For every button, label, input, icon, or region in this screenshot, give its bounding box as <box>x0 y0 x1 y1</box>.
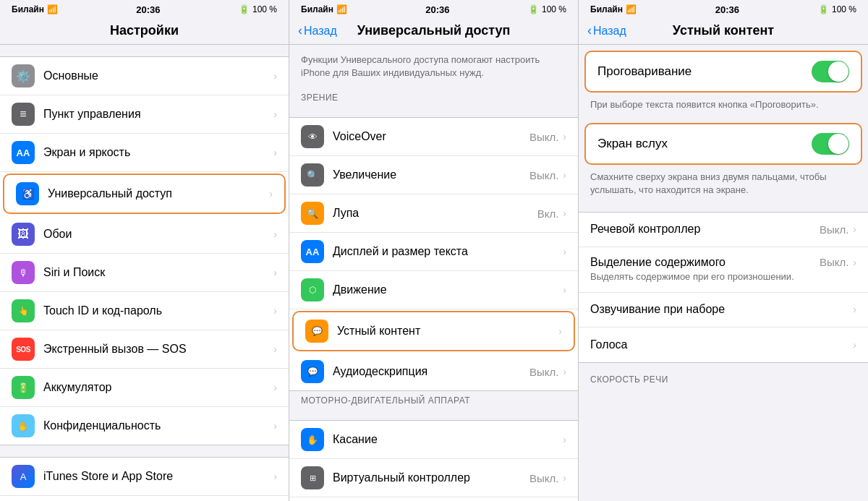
display-text-chevron: › <box>563 246 566 257</box>
nav-bar-1: Настройки <box>0 19 289 45</box>
wallpaper-icon: 🖼 <box>12 223 35 246</box>
touch-label: Касание <box>333 433 563 446</box>
accessibility-label: Универсальный доступ <box>48 187 269 200</box>
settings-item-privacy[interactable]: ✋ Конфиденциальность › <box>0 407 289 445</box>
settings-item-wallpaper[interactable]: 🖼 Обои › <box>0 215 289 254</box>
status-right-2: 🔋 100 % <box>528 4 566 14</box>
item-zoom[interactable]: 🔍 Увеличение Выкл. › <box>289 156 578 194</box>
sos-label: Экстренный вызов — SOS <box>43 343 273 356</box>
item-motion[interactable]: ⬡ Движение › <box>289 271 578 309</box>
nav-back-3[interactable]: ‹ Назад <box>587 23 626 38</box>
settings-item-battery[interactable]: 🔋 Аккумулятор › <box>0 369 289 407</box>
highlight-content-label: Выделение содержимого <box>590 256 820 269</box>
settings-group-2: A iTunes Store и App Store › 💳 Wallet и … <box>0 457 289 501</box>
itunes-icon: A <box>12 465 35 488</box>
vision-group: 👁 VoiceOver Выкл. › 🔍 Увеличение Выкл. ›… <box>289 117 578 391</box>
motor-group: ✋ Касание › ⊞ Виртуальный контроллер Вык… <box>289 420 578 501</box>
item-audio-desc[interactable]: 💬 Аудиодескрипция Выкл. › <box>289 353 578 390</box>
battery-pct-1: 100 % <box>252 4 277 14</box>
item-voice-control[interactable]: 🎙 Управление голосом Выкл. › <box>289 497 578 501</box>
settings-item-itunes[interactable]: A iTunes Store и App Store › <box>0 458 289 496</box>
item-typing-feedback[interactable]: Озвучивание при наборе › <box>579 293 868 327</box>
motion-icon: ⬡ <box>301 278 324 301</box>
settings-item-control[interactable]: ≡ Пункт управления › <box>0 95 289 134</box>
settings-item-siri[interactable]: 🎙 Siri и Поиск › <box>0 254 289 292</box>
carrier-3: Билайн <box>590 4 623 14</box>
sos-icon: SOS <box>12 338 35 361</box>
status-left-2: Билайн 📶 <box>301 4 347 14</box>
accessibility-list[interactable]: Функции Универсального доступа помогают … <box>289 45 578 501</box>
toggle-progovarivanie-switch[interactable] <box>812 61 849 82</box>
item-display-text[interactable]: AA Дисплей и размер текста › <box>289 233 578 271</box>
toggle-ekran-label: Экран вслух <box>597 137 668 151</box>
zoom-icon: 🔍 <box>301 163 324 187</box>
settings-item-wallet[interactable]: 💳 Wallet и Apple Pay › <box>0 496 289 501</box>
battery-icon-3: 🔋 <box>818 4 829 14</box>
toggle-ekran-vsluh[interactable]: Экран вслух <box>584 123 862 165</box>
settings-group-1: ⚙️ Основные › ≡ Пункт управления › AA Эк… <box>0 56 289 445</box>
time-3: 20:36 <box>715 4 739 15</box>
settings-item-touchid[interactable]: 👆 Touch ID и код-пароль › <box>0 292 289 330</box>
panel-settings: Билайн 📶 20:36 🔋 100 % Настройки ⚙️ Осно… <box>0 0 289 501</box>
audio-desc-chevron: › <box>563 366 566 377</box>
sos-chevron: › <box>273 343 277 355</box>
item-switch[interactable]: ⊞ Виртуальный контроллер Выкл. › <box>289 459 578 497</box>
magnifier-label: Лупа <box>333 207 537 220</box>
magnifier-chevron: › <box>563 207 566 219</box>
settings-list-1[interactable]: ⚙️ Основные › ≡ Пункт управления › AA Эк… <box>0 45 289 501</box>
zoom-value: Выкл. <box>529 169 558 181</box>
typing-feedback-label: Озвучивание при наборе <box>590 303 853 316</box>
voices-chevron: › <box>853 339 856 351</box>
spoken-content-label: Устный контент <box>337 325 558 338</box>
voices-label: Голоса <box>590 338 853 351</box>
toggle-progovarivanie-desc: При выборе текста появится кнопка «Прого… <box>579 95 868 120</box>
status-bar-2: Билайн 📶 20:36 🔋 100 % <box>289 0 578 19</box>
wifi-icon-1: 📶 <box>47 4 58 14</box>
item-highlight-content[interactable]: Выделение содержимого Выкл. › Выделять с… <box>579 247 868 293</box>
audio-desc-value: Выкл. <box>529 366 558 378</box>
switch-chevron: › <box>563 472 566 484</box>
siri-chevron: › <box>273 267 277 278</box>
display-text-label: Дисплей и размер текста <box>333 245 563 258</box>
settings-item-accessibility[interactable]: ♿ Универсальный доступ › <box>3 174 286 214</box>
toggle-progovarivanie[interactable]: Проговаривание <box>584 51 862 93</box>
wallpaper-label: Обои <box>43 228 273 241</box>
magnifier-icon: 🔍 <box>301 202 324 225</box>
nav-back-2[interactable]: ‹ Назад <box>298 23 337 38</box>
spoken-items-group: Речевой контроллер Выкл. › Выделение сод… <box>579 212 868 363</box>
control-label: Пункт управления <box>43 108 273 121</box>
item-voices[interactable]: Голоса › <box>579 327 868 362</box>
nav-title-1: Настройки <box>110 23 179 38</box>
settings-item-basic[interactable]: ⚙️ Основные › <box>0 57 289 95</box>
battery-label: Аккумулятор <box>43 381 273 394</box>
siri-label: Siri и Поиск <box>43 266 273 279</box>
back-label-2: Назад <box>304 25 337 38</box>
section-header-motor: МОТОРНО-ДВИГАТЕЛЬНЫЙ АППАРАТ <box>289 391 578 408</box>
back-chevron-2: ‹ <box>298 23 302 38</box>
back-label-3: Назад <box>593 25 626 38</box>
wallpaper-chevron: › <box>273 228 277 240</box>
accessibility-chevron: › <box>269 188 273 200</box>
toggle-ekran-switch[interactable] <box>812 133 849 155</box>
panel-spoken-content: Билайн 📶 20:36 🔋 100 % ‹ Назад Устный ко… <box>579 0 868 501</box>
item-voiceover[interactable]: 👁 VoiceOver Выкл. › <box>289 118 578 156</box>
accessibility-description: Функции Универсального доступа помогают … <box>289 45 578 88</box>
spoken-content-chevron: › <box>558 325 562 337</box>
spoken-list[interactable]: Проговаривание При выборе текста появитс… <box>579 45 868 501</box>
item-touch[interactable]: ✋ Касание › <box>289 421 578 459</box>
toggle-ekran-desc: Смахните сверху экрана вниз двумя пальца… <box>579 168 868 205</box>
touchid-label: Touch ID и код-пароль <box>43 304 273 317</box>
accessibility-icon: ♿ <box>16 182 39 205</box>
basic-icon: ⚙️ <box>12 64 35 87</box>
item-spoken-content[interactable]: 💬 Устный контент › <box>292 311 575 351</box>
settings-item-display[interactable]: AA Экран и яркость › <box>0 134 289 172</box>
zoom-chevron: › <box>563 169 566 181</box>
status-left-3: Билайн 📶 <box>590 4 637 14</box>
time-1: 20:36 <box>136 4 160 15</box>
settings-item-sos[interactable]: SOS Экстренный вызов — SOS › <box>0 330 289 369</box>
item-magnifier[interactable]: 🔍 Лупа Вкл. › <box>289 194 578 233</box>
switch-icon: ⊞ <box>301 466 324 489</box>
item-speech-controller[interactable]: Речевой контроллер Выкл. › <box>579 213 868 247</box>
voiceover-value: Выкл. <box>529 131 558 143</box>
voiceover-label: VoiceOver <box>333 130 529 143</box>
